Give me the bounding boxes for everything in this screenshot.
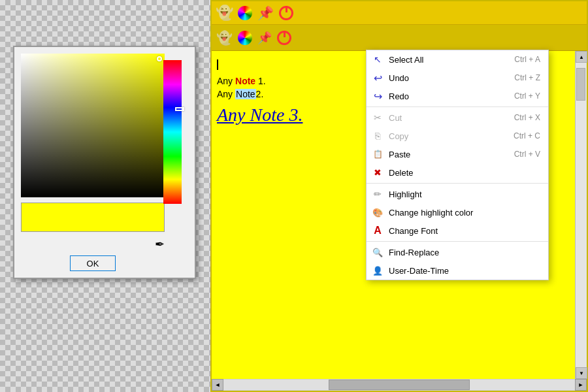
highlight-icon: ✏ [372, 188, 384, 200]
menu-label-copy: Copy [389, 131, 408, 141]
menu-item-undo[interactable]: ↩ Undo Ctrl + Z [367, 69, 548, 87]
menu-shortcut-paste: Ctrl + V [514, 150, 540, 159]
menu-item-user-date-time[interactable]: 👤 User-Date-Time [367, 261, 548, 280]
line1-plain: Any [217, 76, 235, 86]
context-menu: ↖ Select All Ctrl + A ↩ Undo Ctrl + Z ↪ … [366, 50, 549, 280]
menu-label-highlight: Highlight [389, 189, 422, 199]
color-gradient-picker[interactable] [21, 54, 165, 197]
line2-plain: Any [217, 89, 235, 99]
redo-icon: ↪ [372, 90, 384, 102]
menu-shortcut-copy: Ctrl + C [514, 131, 540, 140]
select-all-icon: ↖ [372, 54, 384, 65]
spectrum-cursor[interactable] [175, 107, 184, 111]
menu-item-copy[interactable]: ⎘ Copy Ctrl + C [367, 127, 548, 145]
right-scrollbar: ▲ ▼ [575, 51, 587, 379]
scroll-h-thumb[interactable] [329, 380, 469, 390]
menu-shortcut-select-all: Ctrl + A [514, 55, 540, 64]
color-preview [21, 203, 165, 232]
scroll-up-button[interactable]: ▲ [576, 51, 587, 63]
scroll-track[interactable] [576, 63, 587, 367]
menu-label-change-highlight: Change highlight color [389, 208, 473, 218]
menu-label-paste: Paste [389, 150, 410, 159]
menu-item-redo[interactable]: ↪ Redo Ctrl + Y [367, 87, 548, 105]
menu-label-select-all: Select All [389, 55, 423, 65]
menu-item-delete[interactable]: ✖ Delete [367, 163, 548, 182]
menu-shortcut-cut: Ctrl + X [514, 113, 540, 122]
menu-item-find-replace[interactable]: 🔍 Find-Replace [367, 243, 548, 261]
note-titlebar: 👻 📌 [212, 1, 587, 25]
line1-bold: Note [235, 76, 255, 86]
line2-highlight: Note [235, 89, 256, 99]
undo-icon: ↩ [372, 72, 384, 84]
color-spectrum[interactable] [163, 60, 182, 204]
scroll-thumb[interactable] [576, 68, 585, 101]
menu-label-change-font: Change Font [389, 226, 438, 236]
menu-label-cut: Cut [389, 113, 402, 123]
menu-label-delete: Delete [389, 168, 414, 178]
user-date-time-icon: 👤 [372, 265, 384, 276]
note-toolbar: 👻 📌 [212, 25, 587, 51]
change-highlight-icon: 🎨 [372, 206, 384, 218]
horizontal-scrollbar: ◄ ► [212, 379, 587, 391]
color-wheel-icon-toolbar[interactable] [238, 31, 252, 45]
gradient-cursor[interactable] [157, 56, 162, 61]
menu-separator-2 [367, 183, 548, 184]
menu-shortcut-redo: Ctrl + Y [514, 91, 540, 101]
scroll-h-track[interactable] [223, 380, 575, 390]
line2-rest: 2. [256, 89, 264, 99]
color-picker-dialog: ✒ OK [13, 46, 196, 279]
pin-icon-title[interactable]: 📌 [257, 5, 274, 21]
ghost-icon-toolbar: 👻 [216, 29, 233, 46]
menu-item-cut[interactable]: ✂ Cut Ctrl + X [367, 108, 548, 127]
color-wheel-icon-title[interactable] [238, 6, 252, 20]
delete-icon: ✖ [372, 167, 384, 178]
scroll-down-button[interactable]: ▼ [576, 367, 587, 379]
scroll-left-button[interactable]: ◄ [212, 379, 223, 391]
eyedropper-icon[interactable]: ✒ [155, 237, 165, 252]
line1-rest: 1. [255, 76, 266, 86]
menu-item-select-all[interactable]: ↖ Select All Ctrl + A [367, 50, 548, 69]
cut-icon: ✂ [372, 112, 384, 123]
copy-icon: ⎘ [372, 130, 384, 142]
power-icon-title[interactable] [279, 6, 293, 20]
change-font-icon: A [372, 225, 384, 237]
menu-item-change-font[interactable]: A Change Font [367, 221, 548, 240]
menu-label-undo: Undo [389, 73, 409, 83]
ok-button[interactable]: OK [70, 255, 116, 271]
menu-label-find-replace: Find-Replace [389, 248, 439, 257]
text-cursor [217, 59, 218, 70]
menu-separator-1 [367, 106, 548, 107]
scroll-right-button[interactable]: ► [575, 379, 587, 391]
pin-icon-toolbar[interactable]: 📌 [257, 31, 272, 45]
menu-item-highlight[interactable]: ✏ Highlight [367, 185, 548, 203]
menu-label-redo: Redo [389, 91, 409, 101]
menu-shortcut-undo: Ctrl + Z [514, 73, 540, 82]
menu-separator-3 [367, 241, 548, 242]
find-replace-icon: 🔍 [372, 246, 384, 258]
menu-item-paste[interactable]: 📋 Paste Ctrl + V [367, 145, 548, 163]
menu-item-change-highlight[interactable]: 🎨 Change highlight color [367, 203, 548, 221]
paste-icon: 📋 [372, 148, 384, 160]
power-icon-toolbar[interactable] [277, 31, 291, 45]
ghost-icon-title: 👻 [216, 5, 233, 22]
menu-label-user-date-time: User-Date-Time [389, 266, 449, 276]
